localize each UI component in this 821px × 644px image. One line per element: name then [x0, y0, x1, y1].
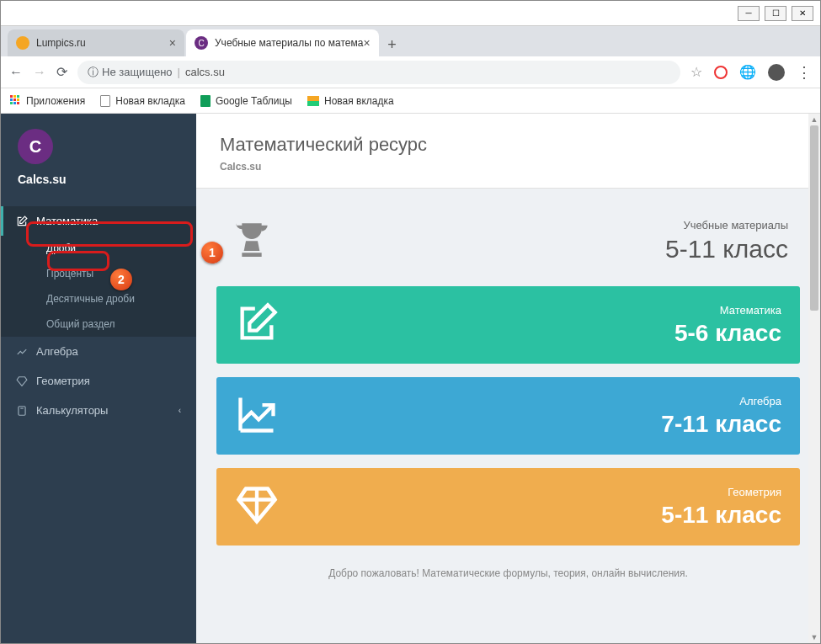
sidebar-sub-percent[interactable]: Проценты	[1, 261, 196, 286]
security-indicator[interactable]: ⓘ Не защищено	[88, 65, 173, 80]
page-subtitle: Calcs.su	[220, 161, 797, 173]
card-big: 7-11 класс	[661, 411, 781, 438]
bookmark-apps[interactable]: Приложения	[9, 95, 85, 107]
apps-icon	[9, 95, 21, 107]
opera-extension-icon[interactable]	[714, 66, 728, 79]
scroll-thumb[interactable]	[810, 125, 818, 311]
card-geometry[interactable]: Геометрия 5-11 класс	[216, 468, 800, 546]
address-bar: ← → ⟳ ⓘ Не защищено | calcs.su ☆ 🌐 ⋮	[1, 56, 820, 88]
globe-icon[interactable]: 🌐	[739, 64, 756, 80]
chevron-down-icon: ⌄	[174, 216, 181, 226]
sidebar-item-algebra[interactable]: Алгебра	[1, 337, 196, 366]
bookmark-bar: Приложения Новая вкладка Google Таблицы …	[1, 88, 820, 114]
edit-icon	[235, 301, 279, 349]
scroll-up-icon[interactable]: ▲	[808, 114, 820, 125]
brand-logo: С	[18, 129, 53, 164]
bookmark-label: Новая вкладка	[324, 95, 394, 107]
sidebar-item-label: Алгебра	[36, 345, 78, 358]
trophy-icon	[228, 216, 275, 266]
page-viewport: С Calcs.su Математика ⌄ Дроби Проценты Д…	[1, 114, 820, 643]
tab-title: Lumpics.ru	[36, 37, 86, 49]
image-icon	[307, 96, 319, 106]
chart-icon	[235, 392, 279, 439]
sidebar-item-label: Геометрия	[36, 375, 90, 387]
sidebar-item-math[interactable]: Математика ⌄	[1, 206, 196, 236]
tab-calcs[interactable]: С Учебные материалы по матема ×	[186, 29, 379, 56]
card-algebra[interactable]: Алгебра 7-11 класс	[216, 377, 800, 455]
hero-row: Учебные материалы 5-11 класс	[216, 209, 800, 286]
card-big: 5-11 класс	[661, 502, 781, 529]
sidebar-item-calculators[interactable]: Калькуляторы ‹	[1, 396, 196, 425]
brand-name: Calcs.su	[18, 173, 179, 186]
browser-window: ─ ☐ ✕ Lumpics.ru × С Учебные материалы п…	[0, 0, 821, 644]
bookmark-newtab2[interactable]: Новая вкладка	[307, 95, 394, 107]
main-content: Математический ресурс Calcs.su Учебные м…	[196, 114, 820, 643]
hero-small: Учебные материалы	[665, 219, 788, 232]
tab-lumpics[interactable]: Lumpics.ru ×	[8, 29, 184, 56]
content-body: Учебные материалы 5-11 класс Математика …	[196, 189, 820, 608]
calculator-icon	[16, 405, 28, 417]
bookmark-sheets[interactable]: Google Таблицы	[200, 95, 292, 107]
hero-text: Учебные материалы 5-11 класс	[665, 219, 788, 263]
bookmark-label: Новая вкладка	[115, 95, 185, 107]
hero-big: 5-11 класс	[665, 235, 788, 263]
url-input[interactable]: ⓘ Не защищено | calcs.su	[77, 61, 680, 84]
tab-title: Учебные материалы по матема	[215, 37, 363, 49]
sidebar-item-geometry[interactable]: Геометрия	[1, 366, 196, 396]
card-math[interactable]: Математика 5-6 класс	[216, 286, 800, 364]
chevron-left-icon: ‹	[179, 406, 181, 415]
sidebar: С Calcs.su Математика ⌄ Дроби Проценты Д…	[1, 114, 196, 643]
sidebar-sub-general[interactable]: Общий раздел	[1, 311, 196, 337]
favicon-icon	[16, 36, 29, 50]
diamond-icon	[235, 483, 279, 530]
diamond-icon	[16, 375, 28, 387]
security-label: Не защищено	[102, 66, 173, 78]
tab-bar: Lumpics.ru × С Учебные материалы по мате…	[1, 26, 820, 56]
profile-avatar[interactable]	[768, 64, 785, 81]
close-icon[interactable]: ×	[169, 36, 176, 50]
svg-marker-0	[17, 376, 27, 386]
footer-text: Добро пожаловать! Математические формулы…	[216, 559, 800, 588]
favicon-icon: С	[195, 36, 208, 50]
bookmark-newtab1[interactable]: Новая вкладка	[100, 95, 185, 107]
new-tab-button[interactable]: +	[381, 33, 404, 56]
sheets-icon	[200, 95, 211, 107]
back-button[interactable]: ←	[9, 65, 23, 80]
bookmark-star-icon[interactable]: ☆	[690, 64, 702, 80]
page-title: Математический ресурс	[220, 134, 797, 156]
svg-rect-1	[19, 406, 25, 415]
card-small: Математика	[674, 304, 781, 317]
forward-button[interactable]: →	[33, 65, 46, 80]
document-icon	[100, 95, 110, 107]
maximize-button[interactable]: ☐	[765, 6, 786, 21]
brand[interactable]: С Calcs.su	[1, 129, 196, 206]
toolbar-right: ☆ 🌐 ⋮	[690, 63, 812, 82]
bookmark-label: Google Таблицы	[216, 95, 292, 107]
url-text: calcs.su	[185, 66, 225, 78]
close-button[interactable]: ✕	[792, 6, 813, 21]
card-small: Геометрия	[661, 486, 781, 498]
page-header: Математический ресурс Calcs.su	[196, 114, 820, 189]
vertical-scrollbar[interactable]: ▲ ▼	[808, 114, 820, 643]
info-icon: ⓘ	[88, 65, 99, 80]
sidebar-sub-fractions[interactable]: Дроби	[1, 236, 196, 261]
edit-icon	[16, 216, 28, 227]
chart-icon	[16, 346, 28, 358]
close-icon[interactable]: ×	[363, 36, 370, 50]
sidebar-submenu-math: Дроби Проценты Десятичные дроби Общий ра…	[1, 236, 196, 337]
menu-icon[interactable]: ⋮	[797, 63, 812, 82]
minimize-button[interactable]: ─	[738, 6, 760, 21]
card-small: Алгебра	[661, 395, 781, 407]
bookmark-label: Приложения	[26, 95, 85, 107]
os-titlebar: ─ ☐ ✕	[1, 1, 820, 26]
card-big: 5-6 класс	[674, 320, 781, 347]
sidebar-sub-decimals[interactable]: Десятичные дроби	[1, 286, 196, 311]
reload-button[interactable]: ⟳	[56, 64, 67, 80]
sidebar-item-label: Математика	[36, 215, 98, 227]
scroll-down-icon[interactable]: ▼	[808, 631, 820, 643]
sidebar-item-label: Калькуляторы	[36, 404, 108, 417]
